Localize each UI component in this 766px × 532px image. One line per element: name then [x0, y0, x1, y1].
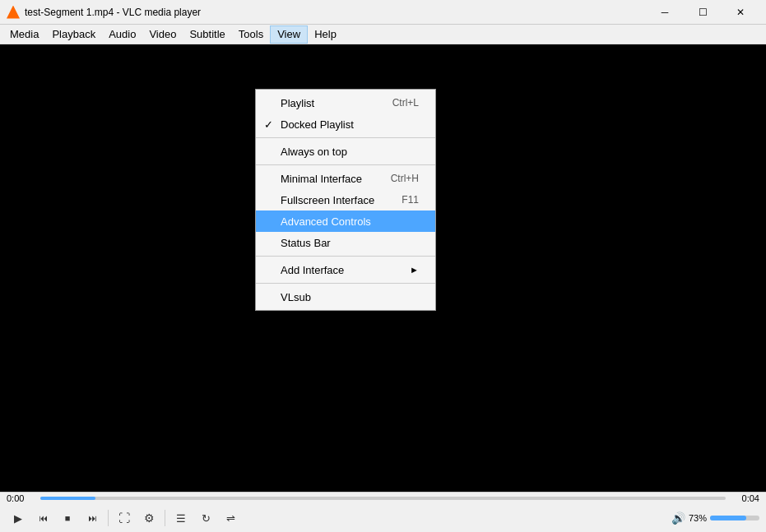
separator-2 [256, 164, 435, 165]
minimize-button[interactable]: ─ [646, 0, 684, 25]
fullscreen-interface-shortcut: F11 [402, 194, 419, 206]
status-bar-label: Status Bar [281, 237, 331, 249]
volume-label: 73% [689, 513, 707, 523]
menu-audio[interactable]: Audio [102, 25, 142, 44]
menu-item-status-bar[interactable]: Status Bar [256, 232, 435, 253]
view-menu-dropdown: Playlist Ctrl+L ✓ Docked Playlist Always… [255, 89, 436, 311]
add-interface-arrow: ► [410, 265, 419, 275]
menu-item-minimal-interface[interactable]: Minimal Interface Ctrl+H [256, 168, 435, 189]
minimal-interface-shortcut: Ctrl+H [391, 173, 419, 184]
vlsub-label: VLsub [281, 291, 311, 303]
menu-video[interactable]: Video [142, 25, 183, 44]
menu-subtitle[interactable]: Subtitle [183, 25, 231, 44]
window-title: test-Segment 1.mp4 - VLC media player [25, 7, 646, 18]
time-total: 0:04 [731, 493, 759, 503]
menu-item-fullscreen-interface[interactable]: Fullscreen Interface F11 [256, 189, 435, 210]
menu-item-advanced-controls[interactable]: Advanced Controls [256, 210, 435, 232]
progress-bar-container: 0:00 0:04 [0, 493, 766, 504]
menu-tools[interactable]: Tools [232, 25, 270, 44]
menu-item-playlist[interactable]: Playlist Ctrl+L [256, 92, 435, 113]
loop-button[interactable]: ↻ [194, 507, 217, 529]
progress-track[interactable] [40, 497, 726, 500]
app-icon [7, 6, 20, 19]
menu-item-add-interface[interactable]: Add Interface ► [256, 259, 435, 280]
menu-item-always-on-top[interactable]: Always on top [256, 141, 435, 162]
stop-button[interactable]: ■ [56, 507, 79, 529]
extended-settings-button[interactable]: ⚙ [137, 507, 160, 529]
docked-checkmark: ✓ [264, 118, 273, 131]
volume-icon[interactable]: 🔊 [671, 511, 685, 525]
separator-4 [256, 283, 435, 284]
menu-media[interactable]: Media [3, 25, 45, 44]
fullscreen-interface-label: Fullscreen Interface [281, 194, 374, 206]
prev-button[interactable]: ⏮ [31, 507, 54, 529]
shuffle-button[interactable]: ⇌ [219, 507, 242, 529]
always-on-top-label: Always on top [281, 146, 347, 158]
video-area: Playlist Ctrl+L ✓ Docked Playlist Always… [0, 44, 766, 496]
time-current: 0:00 [7, 493, 35, 503]
bottom-bar: 0:00 0:04 ▶ ⏮ ■ ⏭ ⛶ ⚙ ☰ ↻ ⇌ 🔊 73% [0, 492, 766, 532]
menu-item-vlsub[interactable]: VLsub [256, 286, 435, 308]
advanced-controls-label: Advanced Controls [281, 215, 371, 228]
docked-playlist-label: Docked Playlist [281, 118, 354, 131]
separator-ctrl-2 [165, 510, 165, 526]
separator-1 [256, 137, 435, 138]
minimal-interface-label: Minimal Interface [281, 173, 362, 185]
menu-item-docked-playlist[interactable]: ✓ Docked Playlist [256, 113, 435, 135]
volume-area: 🔊 73% [671, 511, 759, 525]
add-interface-label: Add Interface [281, 264, 344, 276]
play-button[interactable]: ▶ [7, 507, 30, 529]
playlist-shortcut: Ctrl+L [392, 97, 419, 109]
fullscreen-button[interactable]: ⛶ [113, 507, 136, 529]
progress-fill [40, 497, 95, 500]
separator-3 [256, 256, 435, 257]
menu-playback[interactable]: Playback [45, 25, 102, 44]
menu-help[interactable]: Help [308, 25, 343, 44]
separator-ctrl-1 [108, 510, 109, 526]
titlebar: test-Segment 1.mp4 - VLC media player ─ … [0, 0, 766, 25]
window-controls: ─ ☐ ✕ [646, 0, 759, 25]
playlist-label: Playlist [281, 97, 314, 109]
volume-fill [710, 516, 746, 520]
maximize-button[interactable]: ☐ [684, 0, 722, 25]
menubar: Media Playback Audio Video Subtitle Tool… [0, 25, 766, 44]
volume-track[interactable] [710, 516, 759, 520]
close-button[interactable]: ✕ [722, 0, 759, 25]
menu-view[interactable]: View [270, 25, 308, 44]
next-button[interactable]: ⏭ [81, 507, 104, 529]
controls-row: ▶ ⏮ ■ ⏭ ⛶ ⚙ ☰ ↻ ⇌ 🔊 73% [0, 504, 766, 532]
playlist-toggle-button[interactable]: ☰ [169, 507, 193, 529]
